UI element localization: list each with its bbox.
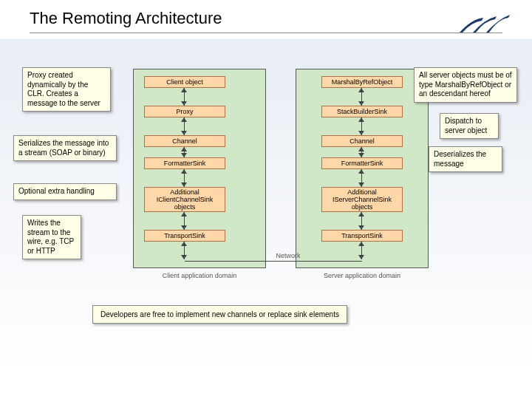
arrowhead-icon xyxy=(181,147,187,151)
node-client-object: Client object xyxy=(144,76,225,88)
arrowhead-icon xyxy=(358,131,364,135)
node-channel-left: Channel xyxy=(144,135,225,147)
caption-network: Network xyxy=(266,252,310,259)
arrowhead-icon xyxy=(181,101,187,106)
arrowhead-icon xyxy=(358,147,364,151)
callout-bottom: Developers are free to implement new cha… xyxy=(92,305,347,324)
arrowhead-icon xyxy=(181,131,187,135)
node-mbr: MarshalByRefObject xyxy=(321,76,403,88)
node-formatter-left: FormatterSink xyxy=(144,157,225,169)
arrowhead-icon xyxy=(181,212,187,216)
arrowhead-icon xyxy=(181,153,187,157)
arrowhead-icon xyxy=(181,183,187,187)
callout-optional: Optional extra handling xyxy=(13,183,117,200)
node-transport-left: TransportSink xyxy=(144,230,225,242)
arrowhead-icon xyxy=(181,117,187,122)
arrowhead-icon xyxy=(181,169,187,174)
page-title: The Remoting Architecture xyxy=(30,9,502,28)
arrowhead-icon xyxy=(358,101,364,106)
node-transport-right: TransportSink xyxy=(321,230,403,242)
logo-icon xyxy=(458,15,510,35)
arrowhead-icon xyxy=(358,242,364,246)
arrowhead-icon xyxy=(358,183,364,187)
arrowhead-icon xyxy=(358,169,364,174)
arrowhead-icon xyxy=(358,225,364,230)
arrowhead-icon xyxy=(358,88,364,92)
callout-deserialize: Deserializes the message xyxy=(429,146,502,172)
callout-allserver: All server objects must be of type Marsh… xyxy=(414,67,517,103)
header-divider xyxy=(30,33,502,33)
callout-writes: Writes the stream to the wire, e.g. TCP … xyxy=(22,215,81,259)
arrowhead-icon xyxy=(358,255,364,259)
callout-dispatch: Dispatch to server object xyxy=(440,113,499,139)
caption-server-domain: Server application domain xyxy=(296,272,429,279)
network-line xyxy=(185,261,362,262)
node-additional-right: Additional IServerChannelSink objects xyxy=(321,187,403,212)
diagram-area: Client object Proxy Channel FormatterSin… xyxy=(0,39,532,379)
arrowhead-icon xyxy=(181,255,187,259)
arrowhead-icon xyxy=(358,212,364,216)
caption-client-domain: Client application domain xyxy=(133,272,266,279)
arrowhead-icon xyxy=(358,117,364,122)
callout-proxy: Proxy created dynamically by the CLR. Cr… xyxy=(22,67,111,112)
arrowhead-icon xyxy=(181,225,187,230)
node-additional-left: Additional IClientChannelSink objects xyxy=(144,187,225,212)
arrowhead-icon xyxy=(358,153,364,157)
node-proxy: Proxy xyxy=(144,106,225,117)
node-channel-right: Channel xyxy=(321,135,403,147)
arrowhead-icon xyxy=(181,242,187,246)
node-formatter-right: FormatterSink xyxy=(321,157,403,169)
arrowhead-icon xyxy=(181,88,187,92)
callout-serialize: Serializes the message into a stream (SO… xyxy=(13,135,117,161)
node-sbs: StackBuilderSink xyxy=(321,106,403,117)
